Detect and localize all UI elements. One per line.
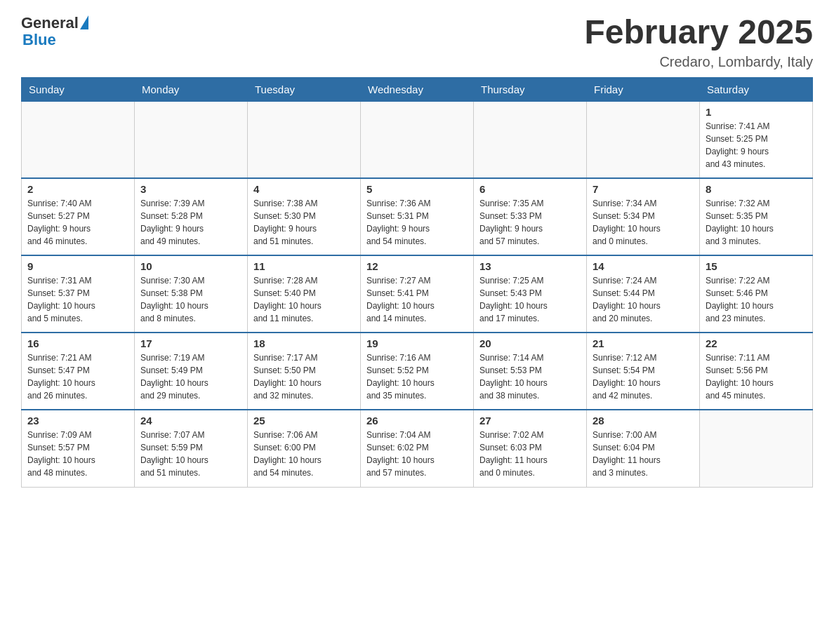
calendar-day-cell: 2Sunrise: 7:40 AM Sunset: 5:27 PM Daylig… bbox=[22, 178, 135, 255]
calendar-day-cell bbox=[361, 101, 474, 178]
day-info: Sunrise: 7:16 AM Sunset: 5:52 PM Dayligh… bbox=[366, 351, 468, 402]
day-number: 27 bbox=[479, 415, 581, 427]
calendar-day-cell: 1Sunrise: 7:41 AM Sunset: 5:25 PM Daylig… bbox=[700, 101, 813, 178]
calendar-week-row: 9Sunrise: 7:31 AM Sunset: 5:37 PM Daylig… bbox=[22, 255, 813, 333]
calendar-day-cell: 21Sunrise: 7:12 AM Sunset: 5:54 PM Dayli… bbox=[587, 333, 700, 410]
day-info: Sunrise: 7:39 AM Sunset: 5:28 PM Dayligh… bbox=[140, 197, 241, 248]
page-header: General Blue February 2025 Credaro, Lomb… bbox=[21, 14, 813, 70]
day-info: Sunrise: 7:30 AM Sunset: 5:38 PM Dayligh… bbox=[140, 274, 241, 325]
day-info: Sunrise: 7:06 AM Sunset: 6:00 PM Dayligh… bbox=[253, 429, 355, 479]
day-info: Sunrise: 7:41 AM Sunset: 5:25 PM Dayligh… bbox=[706, 120, 807, 170]
calendar-day-cell: 23Sunrise: 7:09 AM Sunset: 5:57 PM Dayli… bbox=[22, 410, 135, 487]
day-info: Sunrise: 7:21 AM Sunset: 5:47 PM Dayligh… bbox=[27, 351, 128, 402]
day-number: 26 bbox=[366, 415, 468, 427]
logo: General Blue bbox=[21, 14, 88, 49]
day-number: 17 bbox=[140, 337, 241, 349]
column-header-thursday: Thursday bbox=[474, 77, 587, 101]
day-info: Sunrise: 7:38 AM Sunset: 5:30 PM Dayligh… bbox=[253, 197, 355, 248]
calendar-day-cell: 3Sunrise: 7:39 AM Sunset: 5:28 PM Daylig… bbox=[135, 178, 248, 255]
calendar-day-cell: 18Sunrise: 7:17 AM Sunset: 5:50 PM Dayli… bbox=[248, 333, 361, 410]
column-header-sunday: Sunday bbox=[22, 77, 135, 101]
day-number: 1 bbox=[706, 106, 807, 118]
calendar-table: SundayMondayTuesdayWednesdayThursdayFrid… bbox=[21, 77, 813, 488]
day-info: Sunrise: 7:27 AM Sunset: 5:41 PM Dayligh… bbox=[366, 274, 468, 325]
day-info: Sunrise: 7:17 AM Sunset: 5:50 PM Dayligh… bbox=[253, 351, 355, 402]
calendar-title: February 2025 bbox=[584, 14, 813, 51]
day-number: 28 bbox=[593, 415, 694, 427]
day-info: Sunrise: 7:00 AM Sunset: 6:04 PM Dayligh… bbox=[593, 429, 694, 479]
day-info: Sunrise: 7:09 AM Sunset: 5:57 PM Dayligh… bbox=[27, 429, 128, 479]
calendar-day-cell: 14Sunrise: 7:24 AM Sunset: 5:44 PM Dayli… bbox=[587, 255, 700, 333]
day-number: 2 bbox=[27, 183, 128, 195]
day-info: Sunrise: 7:02 AM Sunset: 6:03 PM Dayligh… bbox=[479, 429, 581, 479]
day-info: Sunrise: 7:22 AM Sunset: 5:46 PM Dayligh… bbox=[706, 274, 807, 325]
calendar-day-cell bbox=[22, 101, 135, 178]
calendar-day-cell: 25Sunrise: 7:06 AM Sunset: 6:00 PM Dayli… bbox=[248, 410, 361, 487]
day-number: 19 bbox=[366, 337, 468, 349]
day-info: Sunrise: 7:25 AM Sunset: 5:43 PM Dayligh… bbox=[479, 274, 581, 325]
day-number: 15 bbox=[706, 260, 807, 272]
day-info: Sunrise: 7:31 AM Sunset: 5:37 PM Dayligh… bbox=[27, 274, 128, 325]
calendar-week-row: 1Sunrise: 7:41 AM Sunset: 5:25 PM Daylig… bbox=[22, 101, 813, 178]
calendar-day-cell: 6Sunrise: 7:35 AM Sunset: 5:33 PM Daylig… bbox=[474, 178, 587, 255]
calendar-day-cell: 22Sunrise: 7:11 AM Sunset: 5:56 PM Dayli… bbox=[700, 333, 813, 410]
calendar-day-cell: 26Sunrise: 7:04 AM Sunset: 6:02 PM Dayli… bbox=[361, 410, 474, 487]
column-header-monday: Monday bbox=[135, 77, 248, 101]
day-number: 13 bbox=[479, 260, 581, 272]
day-info: Sunrise: 7:04 AM Sunset: 6:02 PM Dayligh… bbox=[366, 429, 468, 479]
column-header-saturday: Saturday bbox=[700, 77, 813, 101]
calendar-day-cell bbox=[700, 410, 813, 487]
day-number: 6 bbox=[479, 183, 581, 195]
calendar-day-cell: 12Sunrise: 7:27 AM Sunset: 5:41 PM Dayli… bbox=[361, 255, 474, 333]
calendar-day-cell: 16Sunrise: 7:21 AM Sunset: 5:47 PM Dayli… bbox=[22, 333, 135, 410]
day-number: 8 bbox=[706, 183, 807, 195]
calendar-day-cell: 10Sunrise: 7:30 AM Sunset: 5:38 PM Dayli… bbox=[135, 255, 248, 333]
day-number: 18 bbox=[253, 337, 355, 349]
calendar-day-cell bbox=[587, 101, 700, 178]
day-number: 16 bbox=[27, 337, 128, 349]
day-number: 20 bbox=[479, 337, 581, 349]
calendar-day-cell: 19Sunrise: 7:16 AM Sunset: 5:52 PM Dayli… bbox=[361, 333, 474, 410]
calendar-week-row: 2Sunrise: 7:40 AM Sunset: 5:27 PM Daylig… bbox=[22, 178, 813, 255]
day-number: 10 bbox=[140, 260, 241, 272]
calendar-week-row: 23Sunrise: 7:09 AM Sunset: 5:57 PM Dayli… bbox=[22, 410, 813, 487]
logo-blue-text: Blue bbox=[21, 31, 56, 49]
calendar-day-cell bbox=[135, 101, 248, 178]
day-number: 12 bbox=[366, 260, 468, 272]
calendar-day-cell: 5Sunrise: 7:36 AM Sunset: 5:31 PM Daylig… bbox=[361, 178, 474, 255]
calendar-day-cell: 28Sunrise: 7:00 AM Sunset: 6:04 PM Dayli… bbox=[587, 410, 700, 487]
day-number: 21 bbox=[593, 337, 694, 349]
column-header-wednesday: Wednesday bbox=[361, 77, 474, 101]
day-number: 22 bbox=[706, 337, 807, 349]
day-number: 14 bbox=[593, 260, 694, 272]
day-info: Sunrise: 7:34 AM Sunset: 5:34 PM Dayligh… bbox=[593, 197, 694, 248]
column-header-friday: Friday bbox=[587, 77, 700, 101]
calendar-header-row: SundayMondayTuesdayWednesdayThursdayFrid… bbox=[22, 77, 813, 101]
calendar-day-cell: 7Sunrise: 7:34 AM Sunset: 5:34 PM Daylig… bbox=[587, 178, 700, 255]
day-info: Sunrise: 7:32 AM Sunset: 5:35 PM Dayligh… bbox=[706, 197, 807, 248]
day-info: Sunrise: 7:35 AM Sunset: 5:33 PM Dayligh… bbox=[479, 197, 581, 248]
day-number: 4 bbox=[253, 183, 355, 195]
day-info: Sunrise: 7:14 AM Sunset: 5:53 PM Dayligh… bbox=[479, 351, 581, 402]
calendar-subtitle: Credaro, Lombardy, Italy bbox=[584, 54, 813, 70]
day-number: 25 bbox=[253, 415, 355, 427]
calendar-day-cell: 4Sunrise: 7:38 AM Sunset: 5:30 PM Daylig… bbox=[248, 178, 361, 255]
calendar-day-cell: 11Sunrise: 7:28 AM Sunset: 5:40 PM Dayli… bbox=[248, 255, 361, 333]
day-number: 7 bbox=[593, 183, 694, 195]
calendar-day-cell bbox=[474, 101, 587, 178]
day-info: Sunrise: 7:28 AM Sunset: 5:40 PM Dayligh… bbox=[253, 274, 355, 325]
calendar-day-cell: 27Sunrise: 7:02 AM Sunset: 6:03 PM Dayli… bbox=[474, 410, 587, 487]
calendar-day-cell: 17Sunrise: 7:19 AM Sunset: 5:49 PM Dayli… bbox=[135, 333, 248, 410]
calendar-day-cell: 8Sunrise: 7:32 AM Sunset: 5:35 PM Daylig… bbox=[700, 178, 813, 255]
logo-triangle-icon bbox=[80, 15, 88, 29]
day-number: 9 bbox=[27, 260, 128, 272]
column-header-tuesday: Tuesday bbox=[248, 77, 361, 101]
day-info: Sunrise: 7:24 AM Sunset: 5:44 PM Dayligh… bbox=[593, 274, 694, 325]
day-info: Sunrise: 7:40 AM Sunset: 5:27 PM Dayligh… bbox=[27, 197, 128, 248]
day-info: Sunrise: 7:07 AM Sunset: 5:59 PM Dayligh… bbox=[140, 429, 241, 479]
title-section: February 2025 Credaro, Lombardy, Italy bbox=[584, 14, 813, 70]
calendar-day-cell: 9Sunrise: 7:31 AM Sunset: 5:37 PM Daylig… bbox=[22, 255, 135, 333]
calendar-day-cell: 15Sunrise: 7:22 AM Sunset: 5:46 PM Dayli… bbox=[700, 255, 813, 333]
day-info: Sunrise: 7:36 AM Sunset: 5:31 PM Dayligh… bbox=[366, 197, 468, 248]
day-number: 11 bbox=[253, 260, 355, 272]
